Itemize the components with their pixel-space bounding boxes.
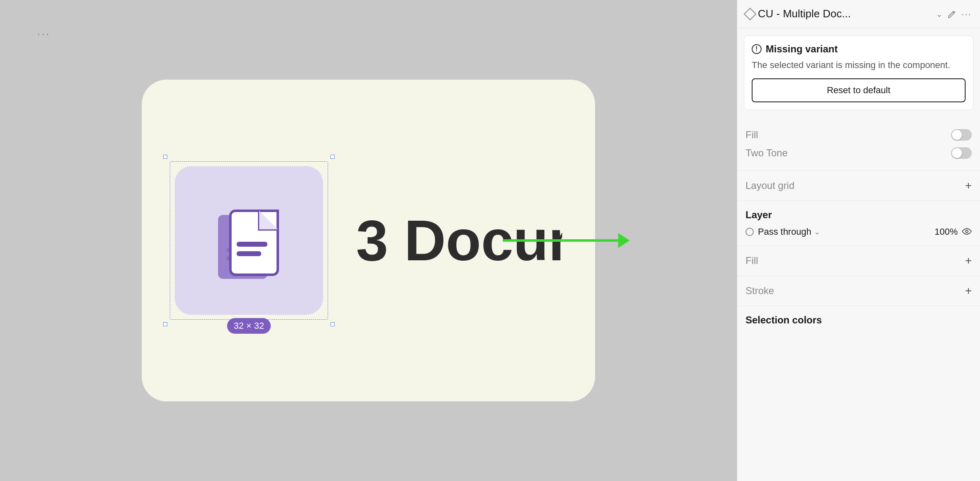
blend-mode-label: Pass through [758,226,811,237]
green-arrow [503,233,630,248]
add-fill-icon[interactable]: + [965,254,972,267]
stroke-label: Stroke [746,285,774,297]
icon-container: 32 × 32 [175,166,323,315]
opacity-value: 100% [935,226,958,237]
layer-row: Pass through ⌄ 100% [746,226,972,237]
handle-bl [163,322,167,326]
more-options-icon[interactable]: ··· [961,8,972,20]
missing-variant-card: ! Missing variant The selected variant i… [744,35,973,110]
visibility-icon[interactable] [962,226,972,237]
fill-section-label: Fill [746,255,758,266]
canvas-area: ... [0,0,737,481]
add-layout-grid-icon[interactable]: + [965,179,972,192]
reset-to-default-button[interactable]: Reset to default [752,78,966,102]
toggle-knob [952,130,962,140]
chevron-down-icon[interactable]: ⌄ [936,9,943,19]
canvas-dots: ... [37,25,50,38]
layer-title: Layer [746,209,972,221]
edit-icon[interactable] [946,8,958,20]
selection-colors-label: Selection colors [746,314,822,325]
missing-variant-header: ! Missing variant [752,43,966,55]
stroke-section: Stroke + [737,276,980,306]
fill-label: Fill [746,129,758,141]
handle-tr [331,155,335,159]
svg-rect-5 [237,251,261,256]
arrow-head [618,233,630,248]
svg-rect-4 [237,242,267,247]
diamond-icon [743,7,756,20]
two-tone-toggle[interactable] [951,147,972,159]
blend-circle-icon [746,228,754,236]
panel-title: CU - Multiple Doc... [758,7,933,20]
blend-mode-button[interactable]: Pass through ⌄ [758,226,820,237]
layout-grid-label: Layout grid [746,180,795,191]
layout-grid-section: Layout grid + [737,171,980,201]
layer-section: Layer Pass through ⌄ 100% [737,201,980,246]
fill-row: Fill [746,126,972,144]
two-tone-row: Two Tone [746,144,972,162]
two-tone-label: Two Tone [746,147,788,159]
missing-variant-title: Missing variant [766,43,838,55]
fill-toggle-section: Fill Two Tone [737,118,980,171]
missing-variant-description: The selected variant is missing in the c… [752,59,966,72]
svg-point-6 [966,230,968,233]
document-icon [204,194,294,287]
arrow-line [503,239,618,242]
handle-br [331,322,335,326]
right-panel: CU - Multiple Doc... ⌄ ··· ! Missing var… [737,0,980,481]
handle-tl [163,155,167,159]
blend-mode-chevron-icon: ⌄ [814,227,820,236]
size-label: 32 × 32 [227,318,271,334]
add-stroke-icon[interactable]: + [965,284,972,297]
fill-section: Fill + [737,246,980,276]
selection-colors-section: Selection colors [737,306,980,334]
info-icon: ! [752,44,762,54]
fill-toggle[interactable] [951,129,972,141]
toggle-knob-two-tone [952,148,962,158]
icon-background [175,166,323,315]
panel-header: CU - Multiple Doc... ⌄ ··· [737,0,980,28]
